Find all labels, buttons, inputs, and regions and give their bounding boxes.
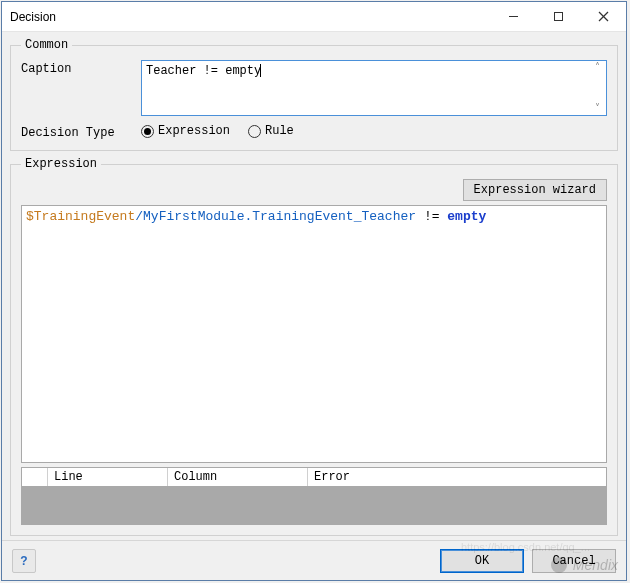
titlebar: Decision xyxy=(2,2,626,32)
error-col-error[interactable]: Error xyxy=(308,468,606,486)
decision-type-row: Decision Type Expression Rule xyxy=(21,124,607,140)
caption-input[interactable]: Teacher != empty ˄ ˅ xyxy=(141,60,607,116)
token-keyword: empty xyxy=(447,209,486,224)
caption-spin-up-icon[interactable]: ˄ xyxy=(590,63,604,72)
wizard-row: Expression wizard xyxy=(21,179,607,201)
caption-label: Caption xyxy=(21,60,141,76)
common-group: Common Caption Teacher != empty ˄ ˅ Deci… xyxy=(10,38,618,151)
token-separator: / xyxy=(135,209,143,224)
decision-type-label: Decision Type xyxy=(21,124,141,140)
token-variable: $TrainingEvent xyxy=(26,209,135,224)
cancel-button[interactable]: Cancel xyxy=(532,549,616,573)
decision-type-radios: Expression Rule xyxy=(141,124,294,138)
token-path: MyFirstModule.TrainingEvent_Teacher xyxy=(143,209,416,224)
dialog-body: Common Caption Teacher != empty ˄ ˅ Deci… xyxy=(2,32,626,540)
error-col-icon[interactable] xyxy=(22,468,48,486)
dialog-window: Decision Common Caption Teacher != empty… xyxy=(1,1,627,581)
token-operator: != xyxy=(416,209,447,224)
radio-dot-icon xyxy=(248,125,261,138)
maximize-button[interactable] xyxy=(536,2,581,31)
error-grid: Line Column Error xyxy=(21,467,607,525)
help-button[interactable]: ? xyxy=(12,549,36,573)
error-grid-header: Line Column Error xyxy=(22,468,606,486)
help-icon: ? xyxy=(20,554,27,568)
expression-editor[interactable]: $TrainingEvent/MyFirstModule.TrainingEve… xyxy=(21,205,607,463)
error-grid-body xyxy=(22,486,606,524)
close-button[interactable] xyxy=(581,2,626,31)
common-legend: Common xyxy=(21,38,72,52)
window-title: Decision xyxy=(10,10,491,24)
radio-expression[interactable]: Expression xyxy=(141,124,230,138)
expression-group: Expression Expression wizard $TrainingEv… xyxy=(10,157,618,536)
radio-expression-label: Expression xyxy=(158,124,230,138)
radio-rule-label: Rule xyxy=(265,124,294,138)
radio-dot-icon xyxy=(141,125,154,138)
ok-button[interactable]: OK xyxy=(440,549,524,573)
expression-wizard-button[interactable]: Expression wizard xyxy=(463,179,607,201)
caption-value: Teacher != empty xyxy=(146,64,261,78)
dialog-footer: ? OK Cancel xyxy=(2,540,626,580)
caption-spin-down-icon[interactable]: ˅ xyxy=(590,104,604,113)
svg-rect-1 xyxy=(555,13,563,21)
radio-rule[interactable]: Rule xyxy=(248,124,294,138)
error-col-column[interactable]: Column xyxy=(168,468,308,486)
text-caret xyxy=(260,64,261,77)
caption-row: Caption Teacher != empty ˄ ˅ xyxy=(21,60,607,116)
error-col-line[interactable]: Line xyxy=(48,468,168,486)
expression-legend: Expression xyxy=(21,157,101,171)
minimize-button[interactable] xyxy=(491,2,536,31)
